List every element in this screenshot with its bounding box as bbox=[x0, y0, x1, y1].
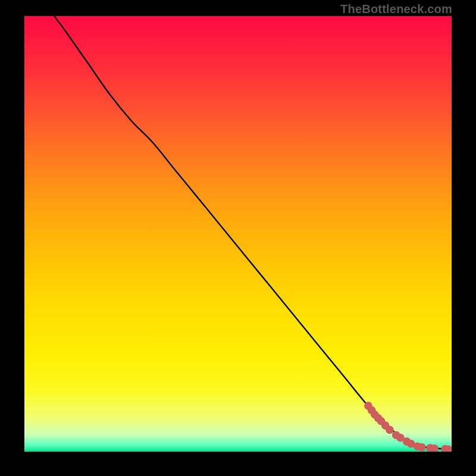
data-marker bbox=[374, 414, 383, 422]
data-marker bbox=[392, 431, 400, 439]
data-marker bbox=[414, 442, 422, 450]
data-marker bbox=[407, 440, 415, 448]
data-marker bbox=[368, 406, 376, 415]
data-marker bbox=[381, 421, 390, 430]
data-marker bbox=[441, 445, 449, 452]
data-marker bbox=[426, 444, 434, 452]
data-marker bbox=[396, 434, 405, 442]
chart-frame: TheBottleneck.com bbox=[0, 0, 476, 476]
data-marker bbox=[377, 417, 386, 425]
data-marker bbox=[418, 443, 426, 452]
data-marker bbox=[444, 446, 452, 452]
data-marker bbox=[386, 426, 394, 434]
attribution-text: TheBottleneck.com bbox=[340, 2, 452, 16]
curve-line bbox=[54, 16, 447, 449]
plot-area bbox=[24, 16, 452, 452]
data-marker bbox=[430, 444, 439, 452]
data-marker bbox=[371, 411, 379, 419]
data-marker bbox=[364, 402, 372, 410]
data-marker bbox=[403, 437, 411, 446]
chart-overlay bbox=[24, 16, 452, 452]
